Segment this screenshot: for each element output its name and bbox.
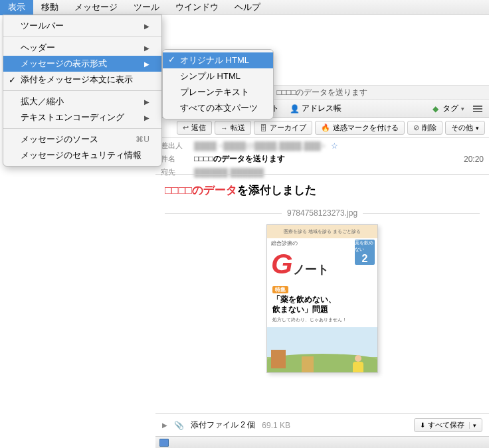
- dropdown-source[interactable]: メッセージのソース⌘U: [3, 131, 161, 147]
- tag-icon: ◆: [431, 104, 440, 113]
- dropdown-toolbar[interactable]: ツールバー▶: [3, 18, 161, 34]
- computer-icon[interactable]: [159, 439, 169, 447]
- menu-message[interactable]: メッセージ: [66, 0, 126, 15]
- submenu-simple-html[interactable]: シンプル HTML: [163, 68, 273, 84]
- book-issue-badge: 薬を飲めない2: [355, 240, 375, 265]
- dropdown-zoom[interactable]: 拡大／縮小▶: [3, 94, 161, 110]
- headline-red: □□□□のデータ: [165, 184, 237, 196]
- message-format-submenu: ✓オリジナル HTML シンプル HTML プレーンテキスト すべての本文パーツ: [162, 49, 274, 119]
- other-button[interactable]: その他▾: [445, 121, 485, 135]
- prohibit-icon: ⊘: [413, 123, 419, 132]
- separator: [3, 128, 161, 129]
- view-dropdown: ツールバー▶ ヘッダー▶ メッセージの表示形式▶ ✓添付をメッセージ本文に表示 …: [3, 15, 162, 167]
- message-body: □□□□のデータを添付しました 9784758123273.jpg 医療を診る …: [155, 174, 489, 413]
- dropdown-security-info[interactable]: メッセージのセキュリティ情報: [3, 147, 161, 163]
- chevron-down-icon: ▾: [476, 125, 479, 131]
- book-feature: 特集 「薬を飲めない、 飲まない」問題: [272, 284, 372, 315]
- delete-button[interactable]: ⊘削除: [407, 121, 442, 135]
- attachment-count-label: 添付ファイル 2 個: [191, 419, 255, 431]
- junk-button[interactable]: 🔥迷惑マークを付ける: [315, 121, 405, 135]
- tag-button[interactable]: ◆タグ▾: [426, 101, 469, 116]
- subject-value: □□□□のデータを送ります: [194, 153, 285, 165]
- menu-go[interactable]: 移動: [33, 0, 66, 15]
- menu-help[interactable]: ヘルプ: [227, 0, 268, 15]
- book-feature-sub: 処方して終わり、じゃありません！: [272, 317, 372, 323]
- dropdown-header[interactable]: ヘッダー▶: [3, 40, 161, 56]
- status-bar: [155, 436, 489, 448]
- attachment-divider: 9784758123273.jpg: [165, 208, 480, 218]
- headline-rest: を添付しました: [237, 184, 316, 196]
- message-time: 20:20: [464, 155, 484, 164]
- separator: [3, 90, 161, 91]
- subject-label: 件名: [161, 154, 189, 164]
- from-value: ████ <████@████.████.███>: [194, 141, 326, 151]
- attachment-filename: 9784758123273.jpg: [282, 208, 363, 218]
- archive-button[interactable]: 🗄アーカイブ: [254, 121, 312, 135]
- chevron-right-icon: ▶: [144, 114, 149, 121]
- triangle-right-icon[interactable]: ▶: [162, 421, 167, 429]
- save-all-button[interactable]: ⬇すべて保存▾: [414, 418, 482, 432]
- forward-button[interactable]: →転送: [215, 121, 251, 135]
- paperclip-icon: 📎: [174, 421, 184, 430]
- message-action-row: ↩返信 →転送 🗄アーカイブ 🔥迷惑マークを付ける ⊘削除 その他▾: [155, 118, 489, 138]
- attachment-footer: ▶ 📎 添付ファイル 2 個 69.1 KB ⬇すべて保存▾: [155, 413, 489, 436]
- chevron-down-icon: ▾: [469, 422, 476, 429]
- dropdown-encoding[interactable]: テキストエンコーディング▶: [3, 110, 161, 125]
- menu-window[interactable]: ウインドウ: [167, 0, 227, 15]
- submenu-original-html[interactable]: ✓オリジナル HTML: [163, 52, 273, 68]
- chevron-right-icon: ▶: [144, 98, 149, 106]
- menu-view[interactable]: 表示: [0, 0, 33, 15]
- star-icon[interactable]: ☆: [331, 141, 338, 151]
- book-small-title: 総合診療の: [271, 240, 298, 247]
- body-headline: □□□□のデータを添付しました: [165, 183, 480, 198]
- forward-icon: →: [221, 124, 228, 132]
- flame-icon: 🔥: [321, 123, 330, 132]
- submenu-all-parts[interactable]: すべての本文パーツ: [163, 100, 273, 116]
- chevron-right-icon: ▶: [144, 44, 149, 52]
- book-illustration: [267, 327, 377, 373]
- chevron-down-icon: ▾: [461, 106, 464, 112]
- chevron-right-icon: ▶: [144, 60, 149, 68]
- attachment-image: 医療を診る 地域を診る まるごと診る 総合診療の 薬を飲めない2 Gノート 特集…: [266, 224, 378, 373]
- shortcut-label: ⌘U: [136, 135, 149, 144]
- download-icon: ⬇: [420, 421, 425, 429]
- menubar: 表示 移動 メッセージ ツール ウインドウ ヘルプ: [0, 0, 489, 15]
- menu-icon[interactable]: [470, 103, 485, 115]
- book-topbar: 医療を診る 地域を診る まるごと診る: [267, 225, 377, 238]
- chevron-right-icon: ▶: [144, 23, 149, 30]
- submenu-plain-text[interactable]: プレーンテキスト: [163, 84, 273, 100]
- menu-tools[interactable]: ツール: [126, 0, 167, 15]
- check-icon: ✓: [168, 54, 175, 64]
- reply-button[interactable]: ↩返信: [177, 121, 212, 135]
- attachment-size: 69.1 KB: [262, 421, 290, 430]
- dropdown-show-attachments-inline[interactable]: ✓添付をメッセージ本文に表示: [3, 72, 161, 88]
- dropdown-message-format[interactable]: メッセージの表示形式▶: [3, 56, 161, 72]
- reply-icon: ↩: [183, 123, 189, 132]
- from-label: 差出人: [161, 141, 189, 151]
- addressbook-button[interactable]: 👤アドレス帳: [285, 101, 346, 116]
- archive-icon: 🗄: [260, 124, 267, 132]
- person-icon: 👤: [290, 104, 299, 113]
- check-icon: ✓: [9, 75, 16, 85]
- separator: [3, 37, 161, 37]
